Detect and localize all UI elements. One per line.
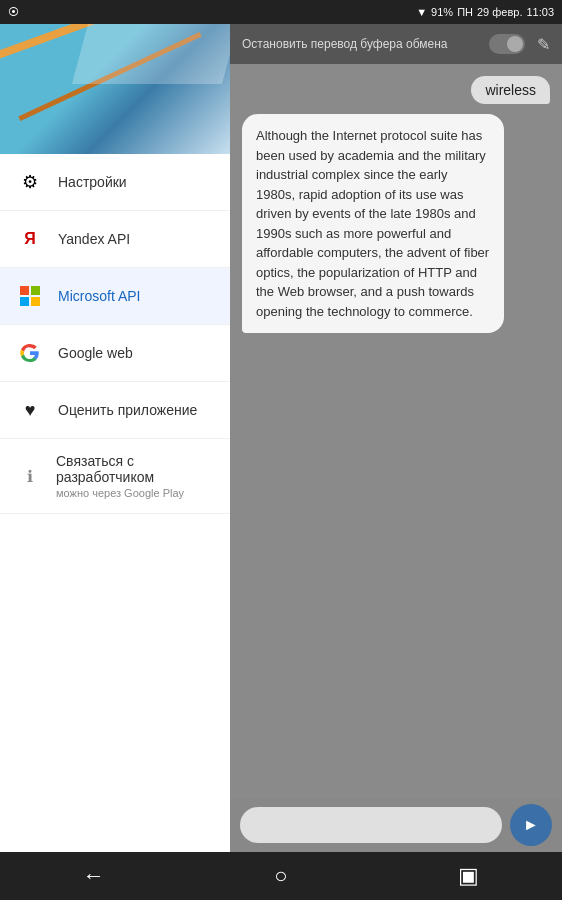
svg-rect-0 (20, 286, 29, 295)
recents-button[interactable]: ▣ (438, 852, 498, 900)
sidebar-header (0, 24, 230, 154)
google-icon (16, 339, 44, 367)
top-bar: Остановить перевод буфера обмена ✎ (230, 24, 562, 64)
yandex-label: Yandex API (58, 231, 130, 247)
sidebar-item-microsoft[interactable]: Microsoft API (0, 268, 230, 325)
status-left-icon: ⦿ (8, 6, 19, 18)
microsoft-label: Microsoft API (58, 288, 140, 304)
sidebar-item-rate[interactable]: ♥ Оценить приложение (0, 382, 230, 439)
status-bar: ⦿ ▼ 91% ПН 29 февр. 11:03 (0, 0, 562, 24)
heart-icon: ♥ (16, 396, 44, 424)
message-input[interactable] (240, 807, 502, 843)
svg-rect-3 (31, 297, 40, 306)
home-button[interactable]: ○ (251, 852, 311, 900)
yandex-icon: Я (16, 225, 44, 253)
sidebar-item-yandex[interactable]: Я Yandex API (0, 211, 230, 268)
day-label: ПН (457, 6, 473, 18)
bot-message-bubble: Although the Internet protocol suite has… (242, 114, 504, 333)
input-area: ► (230, 798, 562, 852)
back-button[interactable]: ← (64, 852, 124, 900)
microsoft-icon (16, 282, 44, 310)
bot-message-text: Although the Internet protocol suite has… (256, 128, 489, 319)
nav-bar: ← ○ ▣ (0, 852, 562, 900)
time-label: 11:03 (526, 6, 554, 18)
top-bar-text: Остановить перевод буфера обмена (242, 37, 448, 51)
sidebar-menu: ⚙ Настройки Я Yandex API Microsoft API (0, 154, 230, 852)
sidebar-item-contact[interactable]: ℹ Связаться с разработчиком можно через … (0, 439, 230, 514)
sidebar: ⚙ Настройки Я Yandex API Microsoft API (0, 24, 230, 852)
toggle-knob (507, 36, 523, 52)
send-button[interactable]: ► (510, 804, 552, 846)
chat-area: wireless Although the Internet protocol … (230, 64, 562, 798)
info-icon: ℹ (16, 462, 44, 490)
user-message-text: wireless (485, 82, 536, 98)
google-label: Google web (58, 345, 133, 361)
main-content: Остановить перевод буфера обмена ✎ wirel… (230, 24, 562, 852)
battery-level: 91% (431, 6, 453, 18)
settings-icon: ⚙ (16, 168, 44, 196)
user-message-bubble: wireless (471, 76, 550, 104)
toggle-switch[interactable] (489, 34, 525, 54)
contact-label: Связаться с разработчиком (56, 453, 214, 485)
svg-rect-1 (31, 286, 40, 295)
pen-icon[interactable]: ✎ (537, 35, 550, 54)
date-label: 29 февр. (477, 6, 522, 18)
settings-label: Настройки (58, 174, 127, 190)
rate-label: Оценить приложение (58, 402, 197, 418)
svg-rect-2 (20, 297, 29, 306)
sidebar-item-google[interactable]: Google web (0, 325, 230, 382)
wifi-icon: ▼ (416, 6, 427, 18)
sidebar-item-settings[interactable]: ⚙ Настройки (0, 154, 230, 211)
contact-sub-label: можно через Google Play (56, 487, 184, 499)
